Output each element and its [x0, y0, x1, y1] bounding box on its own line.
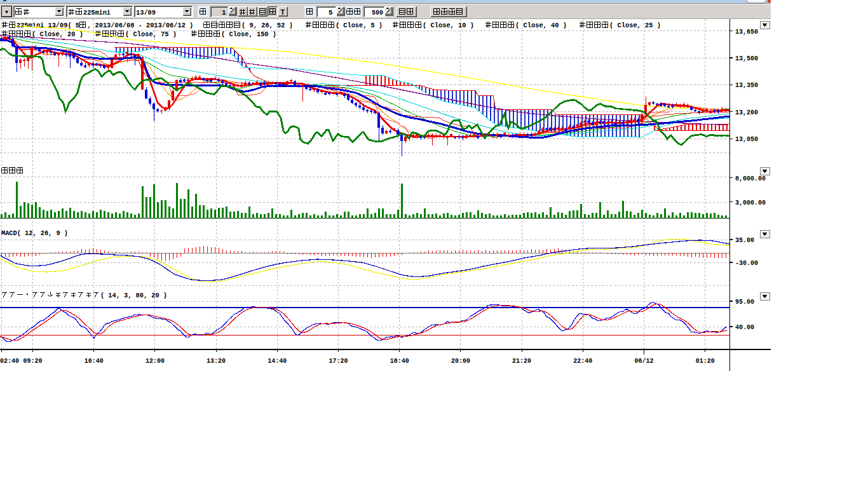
svg-text:( 9, 26, 52 ): ( 9, 26, 52 ) [241, 22, 293, 29]
svg-text:13,500: 13,500 [735, 55, 758, 62]
svg-text:8,000.00: 8,000.00 [735, 175, 766, 182]
svg-text:13,050: 13,050 [735, 135, 758, 143]
svg-text:( Close, 75 ): ( Close, 75 ) [125, 30, 177, 38]
svg-text:12:00: 12:00 [146, 357, 165, 365]
svg-text:13,200: 13,200 [735, 109, 758, 116]
svg-text:02:40: 02:40 [0, 357, 19, 365]
svg-text:40.00: 40.00 [735, 323, 754, 331]
svg-text:35.00: 35.00 [735, 236, 754, 244]
svg-text:13:20: 13:20 [207, 357, 226, 365]
svg-text:5: 5 [329, 9, 333, 17]
svg-text:17:20: 17:20 [329, 357, 348, 365]
svg-text:13,350: 13,350 [735, 81, 758, 89]
svg-text:MACD( 12, 26, 9 ): MACD( 12, 26, 9 ) [1, 229, 68, 237]
svg-text:14:40: 14:40 [268, 357, 287, 365]
svg-text:( Close, 40 ): ( Close, 40 ) [515, 22, 567, 29]
svg-text:( Close, 20 ): ( Close, 20 ) [32, 30, 83, 38]
svg-text:10:40: 10:40 [85, 357, 104, 365]
svg-text:95.00: 95.00 [735, 298, 754, 306]
svg-text:-30.00: -30.00 [735, 259, 758, 267]
svg-text:( Close, 150 ): ( Close, 150 ) [221, 30, 276, 38]
svg-text:T: T [281, 8, 285, 16]
svg-text:21:20: 21:20 [512, 357, 531, 365]
svg-text:06/12: 06/12 [635, 357, 654, 365]
svg-text:20:00: 20:00 [451, 357, 470, 365]
svg-text:( 14, 3, 80, 20 ): ( 14, 3, 80, 20 ) [100, 292, 167, 299]
svg-text:( Close, 5 ): ( Close, 5 ) [336, 22, 383, 29]
svg-text:18:40: 18:40 [390, 357, 409, 365]
svg-text:13/09: 13/09 [136, 9, 156, 17]
svg-text:13,650: 13,650 [735, 28, 758, 36]
svg-text:, 2013/06/08 - 2013/06/12 ): , 2013/06/08 - 2013/06/12 ) [87, 22, 193, 29]
svg-text:( Close, 10 ): ( Close, 10 ) [423, 22, 474, 29]
svg-text:22:40: 22:40 [573, 357, 592, 365]
svg-text:09:20: 09:20 [24, 357, 43, 365]
svg-text:1: 1 [222, 9, 226, 17]
svg-text:( Close, 25 ): ( Close, 25 ) [609, 22, 661, 29]
svg-text:225mini: 225mini [83, 9, 111, 17]
svg-text:3,000.00: 3,000.00 [735, 199, 766, 207]
svg-text:01:20: 01:20 [696, 357, 715, 365]
svg-text:500: 500 [372, 9, 383, 17]
